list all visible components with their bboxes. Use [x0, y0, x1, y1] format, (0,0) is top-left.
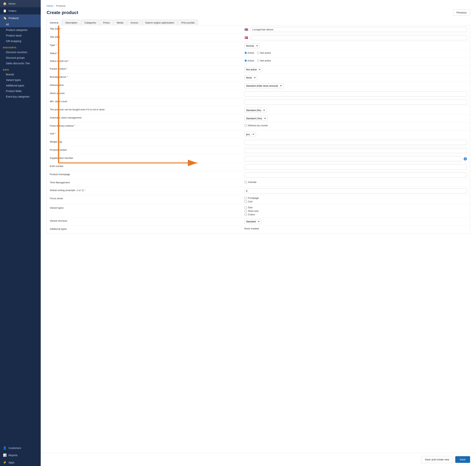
- form-label-title-uk: Title (UK) *: [47, 25, 241, 32]
- tab-media[interactable]: Media: [114, 20, 126, 25]
- radio-option-status-sold-out-active[interactable]: Active: [244, 59, 254, 62]
- sidebar-item-orders[interactable]: 📋 Orders: [0, 7, 41, 14]
- form-value-delivery-time: Standard (Hide stock amount)1-2 days3-5 …: [241, 82, 470, 90]
- select-brand-producer[interactable]: None: [244, 75, 257, 80]
- form-row-delivery-time: Delivery timeStandard (Hide stock amount…: [47, 82, 470, 90]
- input-stock-amount[interactable]: [244, 92, 467, 96]
- form-value-stock-amount: [241, 90, 470, 98]
- input-min-stock-count[interactable]: [244, 100, 467, 105]
- sidebar-item-sales-discounts[interactable]: Sales discounts / fee: [0, 60, 41, 66]
- form-value-title-uk: 🇬🇧: [241, 25, 470, 34]
- select-packet-product[interactable]: Not activeActive: [244, 67, 262, 72]
- sidebar-item-product-fields[interactable]: Product fields: [0, 88, 41, 94]
- checkbox-focus-areas-cart[interactable]: Cart: [244, 200, 259, 203]
- select-buy-if-not-in-stock[interactable]: Standard (No)YesNo: [244, 108, 267, 113]
- tab-access[interactable]: Access: [127, 20, 141, 25]
- tab-prices[interactable]: Prices: [100, 20, 113, 25]
- sidebar-item-gift-wrapping[interactable]: Gift wrapping: [0, 38, 41, 44]
- form-value-fixed-delivery-method: Delivery by courier: [241, 123, 470, 128]
- previous-button[interactable]: Previous: [453, 10, 470, 16]
- form-label-ean-number: EAN number: [47, 163, 241, 169]
- checkbox-variant-types-colour[interactable]: Colour: [244, 213, 259, 216]
- form-row-variant-structure: Variant structureStandardMatrix: [47, 218, 470, 226]
- sidebar-item-variant-types[interactable]: Variant types: [0, 77, 41, 83]
- tab-general[interactable]: General: [47, 20, 61, 25]
- form-label-min-stock-count: Min. stock count: [47, 98, 241, 105]
- radio-group-status: Active Not active: [244, 51, 271, 54]
- info-icon-supplier-item-number[interactable]: i: [464, 157, 467, 161]
- select-type[interactable]: NormalDigitalService: [244, 43, 260, 48]
- sidebar-item-all[interactable]: All: [0, 22, 41, 27]
- form-row-product-number: Product number: [47, 147, 470, 155]
- form-value-variant-types: Size Shoe size Colour: [241, 205, 470, 217]
- tab-seo[interactable]: Search engine optimization: [142, 20, 178, 25]
- select-unit[interactable]: pcs.kgl: [244, 132, 256, 137]
- sidebar-item-brands[interactable]: Brands: [0, 72, 41, 77]
- input-title-uk[interactable]: [251, 27, 467, 32]
- flag-title-dk: 🇩🇰: [244, 36, 248, 39]
- sidebar-data-label: DATA: [0, 66, 41, 72]
- input-weight[interactable]: [244, 140, 467, 145]
- select-auto-stock-management[interactable]: Standard (Yes)YesNo: [244, 116, 268, 121]
- form-row-weight: Weight (kg): [47, 139, 470, 147]
- form-value-status-sold-out: Active Not active: [241, 58, 470, 63]
- save-button[interactable]: Save: [455, 456, 470, 463]
- sidebar-item-additional-types[interactable]: Additional types: [0, 83, 41, 88]
- form-row-auto-stock-management: Automatic stock managementStandard (Yes)…: [47, 114, 470, 123]
- tab-categories[interactable]: Categories: [81, 20, 99, 25]
- form-value-time-management: Activate: [241, 179, 470, 185]
- form-label-stock-amount: Stock amount: [47, 90, 241, 96]
- select-delivery-time[interactable]: Standard (Hide stock amount)1-2 days3-5 …: [244, 83, 283, 88]
- form-label-auto-stock-management: Automatic stock management: [47, 114, 241, 121]
- sidebar-item-products[interactable]: 🏷️ Products: [0, 14, 41, 22]
- form-row-buy-if-not-in-stock: The products can be bought even if it is…: [47, 106, 470, 114]
- radio-option-status-not-active[interactable]: Not active: [257, 51, 271, 54]
- input-ean-number[interactable]: [244, 164, 467, 169]
- form-label-status-sold-out: Status if sold out *: [47, 58, 241, 64]
- form-row-product-homepage: Product homepage: [47, 171, 470, 179]
- form-row-min-stock-count: Min. stock count: [47, 98, 470, 106]
- sidebar-item-product-stock[interactable]: Product stock: [0, 33, 41, 38]
- checkbox-focus-areas-frontpage[interactable]: Frontpage: [244, 197, 259, 199]
- sidebar-item-apps[interactable]: ⚡ Apps: [0, 459, 41, 466]
- input-global-sorting[interactable]: [244, 188, 467, 193]
- sidebar-item-extra-buy-categories[interactable]: Extra buy categories: [0, 94, 41, 99]
- orders-icon: 📋: [3, 9, 7, 12]
- radio-option-status-sold-out-not-active[interactable]: Not active: [257, 59, 271, 62]
- tab-price-portals[interactable]: Price portals: [178, 20, 198, 25]
- apps-icon: ⚡: [3, 461, 7, 464]
- sidebar-item-customers[interactable]: 👤 Customers: [0, 444, 41, 452]
- save-and-create-new-button[interactable]: Save and create new: [421, 456, 453, 463]
- checkbox-variant-types-size[interactable]: Size: [244, 206, 259, 209]
- form-label-product-number: Product number: [47, 147, 241, 153]
- sidebar-discounts-label: DISCOUNTS: [0, 44, 41, 49]
- checkbox-fixed-delivery-method[interactable]: Delivery by courier: [244, 124, 268, 127]
- breadcrumb-home[interactable]: Home: [47, 4, 53, 7]
- form-value-supplier-item-number: i: [241, 155, 470, 163]
- bottom-bar: Save and create new Save: [41, 453, 476, 466]
- form-row-stock-amount: Stock amount: [47, 90, 470, 98]
- form-row-supplier-item-number: Supplier Item Number i: [47, 155, 470, 163]
- checkbox-time-management[interactable]: Activate: [244, 181, 257, 184]
- form-value-unit: pcs.kgl: [241, 130, 470, 138]
- sidebar-item-product-categories[interactable]: Product categories: [0, 27, 41, 33]
- input-product-number[interactable]: [244, 148, 467, 153]
- radio-option-status-active[interactable]: Active: [244, 51, 254, 54]
- customers-icon: 👤: [3, 446, 7, 450]
- sidebar-item-reports[interactable]: 📊 Reports: [0, 452, 41, 459]
- tab-description[interactable]: Description: [62, 20, 80, 25]
- form-label-status: Status *: [47, 50, 241, 57]
- sidebar-item-home[interactable]: 🏠 Home: [0, 0, 41, 7]
- input-title-dk[interactable]: [251, 35, 467, 40]
- form-value-focus-areas: Frontpage Cart: [241, 195, 470, 204]
- form-label-global-sorting: Global sorting (example -1 or 1) *: [47, 187, 241, 193]
- input-product-homepage[interactable]: [244, 173, 467, 177]
- checkbox-variant-types-shoe-size[interactable]: Shoe size: [244, 210, 259, 212]
- form-label-delivery-time: Delivery time: [47, 82, 241, 88]
- sidebar-item-discount-groups[interactable]: Discount groups: [0, 55, 41, 60]
- form-label-focus-areas: Focus areas: [47, 195, 241, 202]
- sidebar-item-discount-vouchers[interactable]: Discount vouchers: [0, 49, 41, 55]
- form-value-global-sorting: [241, 187, 470, 195]
- select-variant-structure[interactable]: StandardMatrix: [244, 219, 261, 224]
- input-supplier-item-number[interactable]: [244, 156, 462, 161]
